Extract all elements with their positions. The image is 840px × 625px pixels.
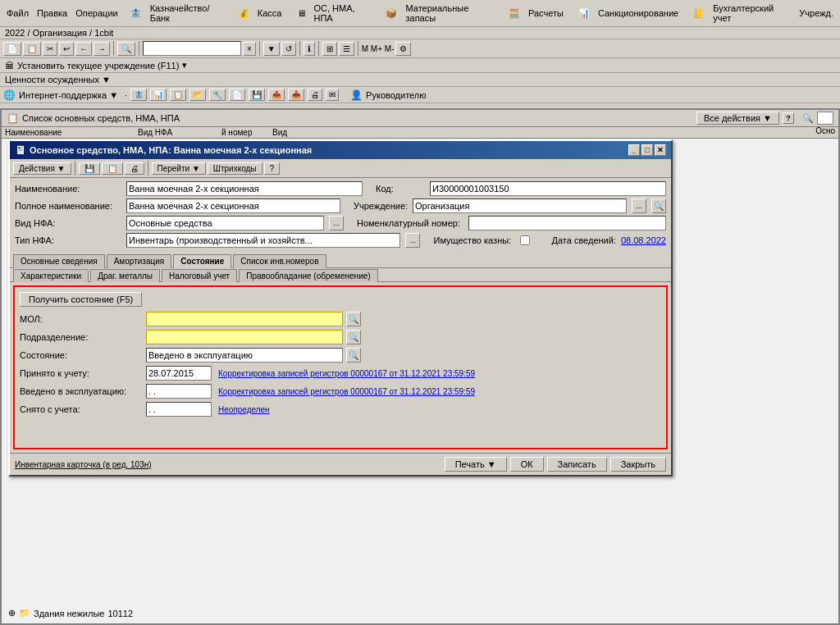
menu-file[interactable]: Файл	[3, 7, 32, 19]
search-clear[interactable]: ×	[243, 42, 256, 56]
extra-btn[interactable]: ⚙	[395, 42, 411, 56]
values-label[interactable]: Ценности осужденных ▼	[5, 75, 111, 84]
uchrezhdenie-search-btn[interactable]: 🔍	[651, 198, 666, 213]
uchrezhdenie-dots-btn[interactable]: ...	[632, 198, 646, 213]
copy-btn[interactable]: 📋	[23, 42, 41, 56]
vid-nfa-label: Вид НФА:	[15, 218, 121, 228]
prinyato-link[interactable]: Корректировка записей регистров 00000167…	[218, 369, 475, 378]
sostoyanie-search-btn[interactable]: 🔍	[346, 348, 361, 363]
save-record-button[interactable]: Записать	[547, 457, 607, 472]
support-label[interactable]: Интернет-поддержка ▼	[19, 90, 118, 100]
manager-label[interactable]: Руководителю	[366, 90, 426, 100]
get-state-button[interactable]: Получить состояние (F5)	[20, 292, 142, 307]
menu-kassa[interactable]: 💰 Касса	[231, 7, 289, 21]
delete-btn[interactable]: ✂	[43, 42, 57, 56]
modal-help-button[interactable]: ?	[264, 162, 281, 175]
vvedeno-date-input[interactable]	[146, 384, 212, 399]
menu-accounting[interactable]: 📒 Бухгалтерский учет	[687, 2, 794, 25]
list-window-title: Список основных средств, НМА, НПА	[22, 113, 180, 123]
vid-nfa-dots-btn[interactable]: ...	[329, 216, 344, 230]
icon-btn-5[interactable]: 🔧	[209, 89, 226, 101]
sostoyanie-input[interactable]	[146, 348, 343, 363]
tip-nfa-dots-btn[interactable]: ...	[405, 233, 420, 248]
redo-btn[interactable]: →	[94, 42, 110, 56]
modal-print-button[interactable]: 🖨	[125, 162, 144, 175]
uchrezhdenie-input[interactable]	[413, 198, 627, 213]
tab-amortizatsiya[interactable]: Амортизация	[107, 254, 172, 268]
icon-btn-4[interactable]: 📂	[189, 89, 206, 101]
tab-sostoyanie[interactable]: Состояние	[173, 254, 231, 268]
modal-copy-button[interactable]: 📋	[102, 162, 123, 175]
menu-sanction[interactable]: 📊 Санкционирование	[572, 7, 685, 21]
tab-pravo[interactable]: Правообладание (обременение)	[239, 269, 377, 282]
undo-btn[interactable]: ←	[75, 42, 92, 56]
icon-btn-6[interactable]: 📄	[229, 89, 245, 101]
prinyato-date-input[interactable]	[146, 366, 212, 381]
icon-btn-1[interactable]: 🏦	[130, 89, 147, 101]
barcodes-button[interactable]: Штрихкоды	[208, 162, 262, 175]
icon-btn-7[interactable]: 💾	[249, 89, 265, 101]
data-svedenii-value[interactable]: 08.08.2022	[621, 235, 666, 245]
new-btn[interactable]: 📄	[3, 42, 21, 56]
snyato-row: Снято с учета: Неопределен	[20, 402, 661, 417]
naim-input[interactable]	[126, 181, 363, 196]
search-btn-toolbar[interactable]: 🔍	[117, 42, 135, 56]
set-institution-label[interactable]: Установить текущее учреждение (F11)	[17, 61, 179, 71]
ok-button[interactable]: ОК	[510, 457, 544, 472]
tab-list-inv[interactable]: Список инв.номеров	[233, 254, 326, 268]
tab-characteristics[interactable]: Характеристики	[13, 269, 89, 282]
menu-edit[interactable]: Правка	[34, 7, 71, 19]
mol-search-btn[interactable]: 🔍	[346, 312, 361, 326]
menu-os[interactable]: 🖥 ОС, НМА, НПА	[290, 2, 378, 25]
tab-osnovnye[interactable]: Основные сведения	[13, 254, 105, 268]
actions-dropdown-button[interactable]: Действия ▼	[13, 162, 71, 175]
search-outer-input[interactable]	[817, 112, 833, 125]
inv-card-label[interactable]: Инвентарная карточка (в ред. 103н)	[15, 460, 441, 469]
nom-nomer-input[interactable]	[468, 216, 666, 230]
kod-input[interactable]	[430, 181, 666, 196]
menu-treasury[interactable]: 🏦 Казначейство/Банк	[123, 2, 230, 25]
print-dropdown-button[interactable]: Печать ▼	[445, 457, 507, 472]
col-vid2: Вид	[272, 128, 322, 137]
podrazdelenie-input[interactable]	[146, 330, 343, 344]
tip-nfa-input[interactable]	[126, 233, 400, 248]
filter-btn[interactable]: ▼	[263, 42, 280, 56]
refresh-btn[interactable]: ↺	[281, 42, 296, 56]
menu-operations[interactable]: Операции	[72, 7, 121, 19]
icon-btn-8[interactable]: 📤	[268, 89, 285, 101]
maximize-button[interactable]: □	[641, 144, 653, 156]
kod-label: Код:	[376, 184, 425, 194]
help-button-outer[interactable]: ?	[783, 112, 794, 124]
search-input[interactable]	[143, 41, 241, 56]
menu-materials[interactable]: 📦 Материальные запасы	[379, 2, 500, 25]
mol-input[interactable]	[146, 312, 343, 326]
full-naim-input[interactable]	[126, 198, 340, 213]
all-actions-button[interactable]: Все действия ▼	[696, 112, 779, 125]
modal-save-button[interactable]: 💾	[79, 162, 100, 175]
close-modal-button[interactable]: Закрыть	[610, 457, 666, 472]
icon-btn-3[interactable]: 📋	[170, 89, 186, 101]
podrazdelenie-search-btn[interactable]: 🔍	[346, 330, 361, 344]
snyato-link[interactable]: Неопределен	[218, 405, 270, 414]
icon-btn-2[interactable]: 📊	[150, 89, 167, 101]
vid-nfa-input[interactable]	[126, 216, 324, 230]
icon-btn-9[interactable]: 📥	[288, 89, 304, 101]
icon-btn-11[interactable]: ✉	[326, 89, 339, 101]
menu-calculations[interactable]: 🧮 Расчеты	[502, 7, 570, 21]
tree-item[interactable]: ⊕ 📁 Здания нежилые 10112	[5, 606, 136, 620]
tab-nalog[interactable]: Налоговый учет	[162, 269, 237, 282]
icon-btn-10[interactable]: 🖨	[308, 89, 322, 101]
close-button[interactable]: ✕	[655, 144, 666, 156]
vvedeno-link[interactable]: Корректировка записей регистров 00000167…	[218, 387, 475, 396]
minimize-button[interactable]: _	[628, 144, 640, 156]
menu-institution[interactable]: Учрежд.	[796, 7, 837, 19]
undelete-btn[interactable]: ↩	[59, 42, 74, 56]
grid-btn[interactable]: ⊞	[322, 42, 337, 56]
imushchestvo-checkbox[interactable]	[520, 235, 530, 245]
list-btn[interactable]: ☰	[339, 42, 354, 56]
podrazdelenie-label: Подразделение:	[20, 332, 143, 342]
tab-drag-metals[interactable]: Драг. металлы	[90, 269, 160, 282]
snyato-date-input[interactable]	[146, 402, 212, 417]
navigate-dropdown-button[interactable]: Перейти ▼	[152, 162, 206, 175]
info-btn[interactable]: ℹ	[304, 42, 315, 56]
